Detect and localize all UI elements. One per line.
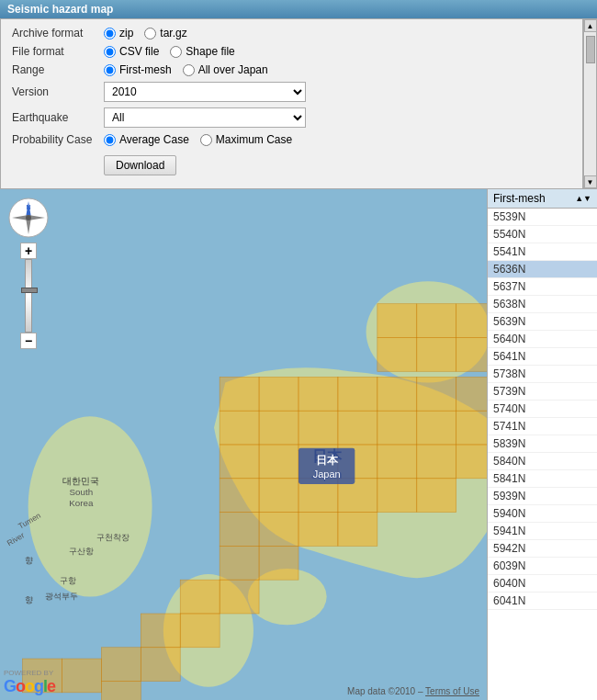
svg-rect-19 [220, 445, 259, 479]
zoom-slider-thumb[interactable] [21, 288, 38, 293]
mesh-list-item[interactable]: 5739N [488, 383, 597, 401]
svg-rect-31 [417, 479, 456, 513]
prob-maximum-label[interactable]: Maximum Case [200, 133, 292, 146]
mesh-list-item[interactable]: 5540N [488, 226, 597, 243]
title-bar: Seismic hazard map [0, 0, 597, 18]
svg-rect-39 [180, 580, 220, 614]
svg-text:광석부두: 광석부두 [45, 592, 78, 601]
download-button[interactable]: Download [104, 155, 176, 175]
svg-rect-17 [417, 411, 456, 445]
scrollbar-track[interactable] [585, 32, 596, 175]
svg-rect-45 [62, 659, 101, 693]
mesh-list-item[interactable]: 5940N [488, 505, 597, 523]
svg-rect-48 [417, 304, 456, 338]
file-format-controls: CSV file Shape file [104, 45, 235, 58]
svg-text:구산항: 구산항 [69, 547, 94, 556]
range-alljapan-radio[interactable] [183, 64, 195, 76]
svg-rect-14 [298, 411, 338, 445]
powered-by-text: POWERED BY [4, 669, 55, 677]
terms-of-use-link[interactable]: Terms of Use [425, 686, 479, 696]
mesh-list-item[interactable]: 5941N [488, 523, 597, 540]
mesh-list-header: First-mesh ▲▼ [488, 189, 597, 209]
mesh-list-item[interactable]: 5840N [488, 453, 597, 470]
range-alljapan-text: All over Japan [198, 63, 268, 76]
mesh-list-item[interactable]: 5638N [488, 296, 597, 313]
svg-text:향: 향 [25, 595, 33, 604]
svg-rect-26 [220, 479, 259, 513]
mesh-list-item[interactable]: 6039N [488, 558, 597, 575]
mesh-list-item[interactable]: 5942N [488, 540, 597, 558]
svg-rect-30 [377, 479, 417, 513]
zoom-slider-track[interactable] [25, 259, 32, 333]
svg-text:South: South [69, 487, 93, 497]
earthquake-controls: All [104, 107, 306, 128]
mesh-list-item[interactable]: 6040N [488, 575, 597, 593]
mesh-list-item[interactable]: 5637N [488, 278, 597, 296]
earthquake-row: Earthquake All [12, 107, 574, 128]
earthquake-label: Earthquake [12, 111, 104, 124]
scrollbar-down-arrow[interactable]: ▼ [584, 175, 597, 188]
mesh-list-item[interactable]: 5539N [488, 209, 597, 226]
file-format-label: File format [12, 45, 104, 58]
zoom-out-button[interactable]: − [20, 333, 37, 349]
version-label: Version [12, 85, 104, 98]
earthquake-select[interactable]: All [104, 107, 306, 128]
map-area[interactable]: 日本 Japan 日本 Japan 대한민국 South Korea 구천착장 … [0, 189, 597, 700]
svg-rect-33 [259, 513, 298, 547]
mesh-list-scroll[interactable]: 5539N5540N5541N5636N5637N5638N5639N5640N… [488, 209, 597, 700]
mesh-list-item[interactable]: 5541N [488, 243, 597, 261]
svg-rect-51 [417, 337, 456, 371]
range-firstmesh-text: First-mesh [119, 63, 172, 76]
prob-average-radio[interactable] [104, 134, 116, 146]
mesh-list-item[interactable]: 5641N [488, 348, 597, 366]
scrollbar-thumb[interactable] [586, 36, 595, 63]
mesh-list-item[interactable]: 5740N [488, 401, 597, 418]
archive-targz-label[interactable]: tar.gz [144, 27, 186, 40]
mesh-list-panel: First-mesh ▲▼ 5539N5540N5541N5636N5637N5… [487, 189, 597, 700]
svg-rect-9 [377, 377, 417, 411]
svg-text:N: N [26, 204, 30, 210]
mesh-list-item[interactable]: 5640N [488, 331, 597, 348]
zoom-in-button[interactable]: + [20, 243, 37, 259]
range-controls: First-mesh All over Japan [104, 63, 268, 76]
svg-rect-50 [377, 337, 417, 371]
mesh-list-item[interactable]: 5841N [488, 470, 597, 488]
mesh-list-item[interactable]: 5741N [488, 418, 597, 435]
svg-rect-37 [259, 546, 298, 580]
navigation-controls: N + − [7, 197, 50, 349]
file-csv-radio[interactable] [104, 46, 116, 58]
mesh-list-item[interactable]: 6041N [488, 593, 597, 610]
prob-maximum-radio[interactable] [200, 134, 212, 146]
archive-zip-label[interactable]: zip [104, 27, 133, 40]
archive-targz-radio[interactable] [144, 28, 156, 40]
mesh-list-item[interactable]: 5639N [488, 313, 597, 331]
range-alljapan-label[interactable]: All over Japan [183, 63, 268, 76]
mesh-list-item[interactable]: 5839N [488, 435, 597, 453]
range-firstmesh-radio[interactable] [104, 64, 116, 76]
zoom-controls: + − [20, 243, 37, 349]
map-attribution: Map data ©2010 – Terms of Use [347, 686, 479, 696]
mesh-list-item[interactable]: 5636N [488, 261, 597, 278]
map-data-text: Map data ©2010 [347, 686, 415, 696]
mesh-list-item[interactable]: 5939N [488, 488, 597, 505]
controls-scrollbar[interactable]: ▲ ▼ [583, 19, 596, 188]
scrollbar-up-arrow[interactable]: ▲ [584, 19, 597, 32]
svg-rect-27 [259, 479, 298, 513]
svg-rect-32 [220, 513, 259, 547]
version-select[interactable]: 2010 2009 2008 [104, 82, 306, 102]
compass-rose: N [7, 197, 50, 239]
svg-rect-47 [377, 304, 417, 338]
svg-text:구항: 구항 [60, 576, 76, 585]
svg-rect-10 [417, 377, 456, 411]
range-firstmesh-label[interactable]: First-mesh [104, 63, 172, 76]
svg-rect-36 [220, 546, 259, 580]
archive-zip-radio[interactable] [104, 28, 116, 40]
file-csv-label[interactable]: CSV file [104, 45, 159, 58]
mesh-list-item[interactable]: 5738N [488, 366, 597, 383]
svg-rect-6 [259, 377, 298, 411]
file-shape-label[interactable]: Shape file [170, 45, 234, 58]
svg-text:대한민국: 대한민국 [62, 476, 99, 486]
file-shape-radio[interactable] [170, 46, 182, 58]
prob-average-label[interactable]: Average Case [104, 133, 189, 146]
probability-case-label: Probability Case [12, 133, 104, 146]
